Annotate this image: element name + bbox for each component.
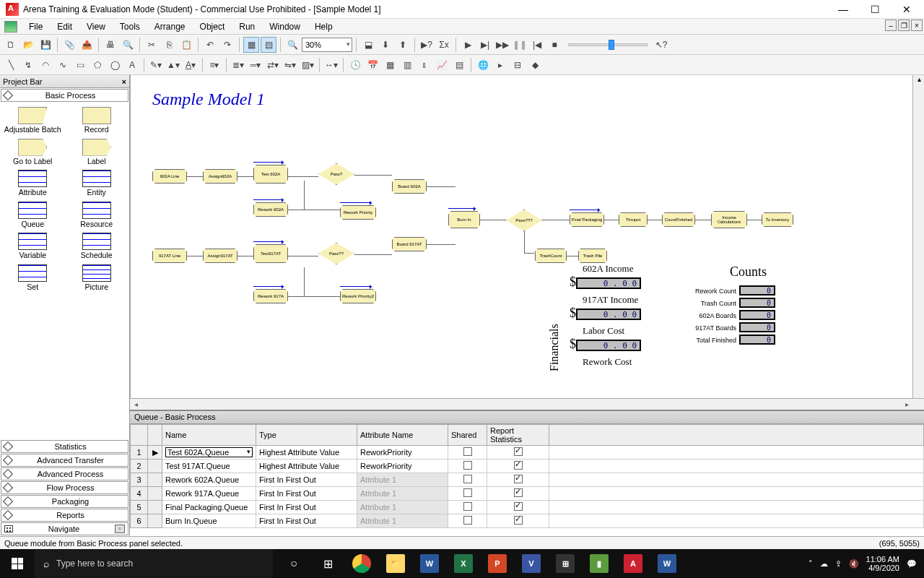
report-stats-checkbox[interactable] [514, 488, 523, 497]
horizontal-scrollbar[interactable]: ◂▸ [130, 398, 924, 410]
fill-color-icon[interactable]: ✎▾ [148, 57, 164, 73]
submodel-icon[interactable]: ⬓ [360, 37, 376, 53]
panel-packaging[interactable]: Packaging [1, 495, 128, 508]
tray-chevron-up-icon[interactable]: ˄ [808, 559, 813, 569]
block-rework-602a[interactable]: Rework 602A [253, 202, 288, 217]
attach-icon[interactable]: 📎 [61, 37, 77, 53]
cut-icon[interactable]: ✂ [144, 37, 160, 53]
table-row[interactable]: 1▶Test 602A.Queue▾Highest Attribute Valu… [131, 446, 924, 460]
menu-file[interactable]: File [22, 20, 50, 33]
navigate-down-icon[interactable]: ⬇ [378, 37, 393, 53]
module-queue[interactable]: Queue [1, 202, 64, 229]
block-countfinished[interactable]: CountFinished [662, 212, 695, 227]
box-icon[interactable]: ▭ [72, 57, 88, 73]
panel-advanced-process[interactable]: Advanced Process [1, 467, 128, 480]
paste-icon[interactable]: 📋 [178, 37, 194, 53]
resource-icon[interactable]: ▤ [451, 57, 467, 73]
panel-reports[interactable]: Reports [1, 509, 128, 522]
shared-checkbox[interactable] [463, 502, 472, 511]
block-thruput[interactable]: Thruput [619, 212, 648, 227]
station-icon[interactable]: ◆ [527, 57, 543, 73]
panel-statistics[interactable]: Statistics [1, 440, 128, 453]
date-icon[interactable]: 📅 [365, 57, 380, 73]
table-row[interactable]: 3Rework 602A.QueueFirst In First OutAttr… [131, 473, 924, 487]
line-style-icon[interactable]: ≣▾ [230, 57, 246, 73]
module-record[interactable]: Record [66, 107, 128, 134]
level-icon[interactable]: ▥ [399, 57, 415, 73]
maximize-button[interactable]: ☐ [859, 0, 891, 19]
panel-flow-process[interactable]: Flow Process [1, 481, 128, 494]
app-chart-icon[interactable]: ▮ [583, 549, 616, 578]
menu-run[interactable]: Run [232, 20, 262, 33]
module-attribute[interactable]: Attribute [1, 170, 64, 197]
check-model-icon[interactable]: ▶? [419, 37, 435, 53]
histogram-icon[interactable]: ⫾ [417, 57, 432, 73]
shared-checkbox[interactable] [463, 488, 472, 497]
shared-checkbox[interactable] [463, 516, 472, 525]
line-width-icon[interactable]: ≡▾ [206, 57, 222, 73]
block-assign602a[interactable]: Assign602A [203, 169, 237, 184]
col-type[interactable]: Type [256, 425, 357, 446]
col-shared[interactable]: Shared [448, 425, 487, 446]
hatch-icon[interactable]: ▨▾ [300, 57, 315, 73]
open-file-icon[interactable]: 📂 [20, 37, 36, 53]
name-combo[interactable]: Test 602A.Queue▾ [165, 447, 253, 457]
clock-icon[interactable]: 🕓 [347, 57, 363, 73]
block-pass-[interactable]: Pass?? [318, 243, 354, 264]
new-file-icon[interactable]: 🗋 [3, 37, 19, 53]
block-test-602a[interactable]: Test 602A [253, 165, 288, 184]
redo-icon[interactable]: ↷ [219, 37, 235, 53]
block-income-calculations[interactable]: Income Calculations [711, 211, 747, 228]
text-color-icon[interactable]: A▾ [183, 57, 199, 73]
undo-icon[interactable]: ↶ [202, 37, 218, 53]
module-entity[interactable]: Entity [66, 170, 128, 197]
queue-anim-icon[interactable]: ⊟ [510, 57, 526, 73]
mdi-restore-button[interactable]: ❐ [898, 20, 910, 31]
polygon-icon[interactable]: ⬠ [90, 57, 105, 73]
go-icon[interactable]: ▶ [460, 37, 476, 53]
chrome-icon[interactable] [345, 549, 378, 578]
block-trashcount[interactable]: TrashCount [535, 249, 567, 263]
powerpoint-icon[interactable]: P [481, 549, 514, 578]
module-label[interactable]: Label [66, 139, 128, 166]
polyline-icon[interactable]: ↯ [20, 57, 36, 73]
mdi-minimize-button[interactable]: – [885, 20, 897, 31]
block-rework-priority[interactable]: Rework Priority [340, 205, 376, 220]
model-canvas[interactable]: ▴ Sample Model 1 Financials 602A Income$… [130, 75, 924, 398]
module-go-to-label[interactable]: Go to Label [1, 139, 64, 166]
zoom-icon[interactable]: 🔍 [284, 37, 300, 53]
line-color-icon[interactable]: ▲▾ [165, 57, 181, 73]
panel-advanced-transfer[interactable]: Advanced Transfer [1, 454, 128, 467]
menu-window[interactable]: Window [262, 20, 308, 33]
block-to-inventory[interactable]: To Inventory [762, 212, 793, 227]
save-icon[interactable]: 💾 [38, 37, 53, 53]
app-max-icon[interactable]: ⊞ [549, 549, 582, 578]
block-trash-pile[interactable]: Trash Pile [578, 249, 607, 263]
layers-icon[interactable]: ▦ [243, 37, 259, 53]
report-stats-checkbox[interactable] [514, 461, 523, 470]
col-report-statistics[interactable]: Report Statistics [487, 425, 549, 446]
block-test917at[interactable]: Test917AT [253, 244, 288, 263]
shared-checkbox[interactable] [463, 475, 472, 483]
fast-forward-icon[interactable]: ▶▶ [494, 37, 510, 53]
tray-onedrive-icon[interactable]: ☁ [820, 559, 828, 569]
panel-navigate[interactable]: Navigate▫ [1, 522, 128, 535]
excel-icon[interactable]: X [447, 549, 480, 578]
shared-checkbox[interactable] [463, 447, 472, 456]
tray-volume-icon[interactable]: 🔇 [849, 559, 859, 569]
queue-table[interactable]: NameTypeAttribute NameSharedReport Stati… [130, 424, 924, 528]
navigate-up-icon[interactable]: ⬆ [395, 37, 411, 53]
module-variable[interactable]: Variable [1, 233, 64, 260]
close-button[interactable]: ✕ [891, 0, 923, 19]
table-row[interactable]: 6Burn In.QueueFirst In First OutAttribut… [131, 514, 924, 528]
print-preview-icon[interactable]: 🔍 [120, 37, 136, 53]
menu-edit[interactable]: Edit [50, 20, 79, 33]
entity-pic-icon[interactable]: ▸ [492, 57, 508, 73]
file-explorer-icon[interactable]: 📁 [379, 549, 412, 578]
arena-taskbar-icon[interactable]: A [616, 549, 650, 578]
module-schedule[interactable]: Schedule [66, 233, 128, 260]
report-stats-checkbox[interactable] [514, 516, 523, 525]
menu-view[interactable]: View [79, 20, 113, 33]
module-picture[interactable]: Picture [66, 264, 128, 292]
navigate-popout-icon[interactable]: ▫ [115, 525, 125, 533]
